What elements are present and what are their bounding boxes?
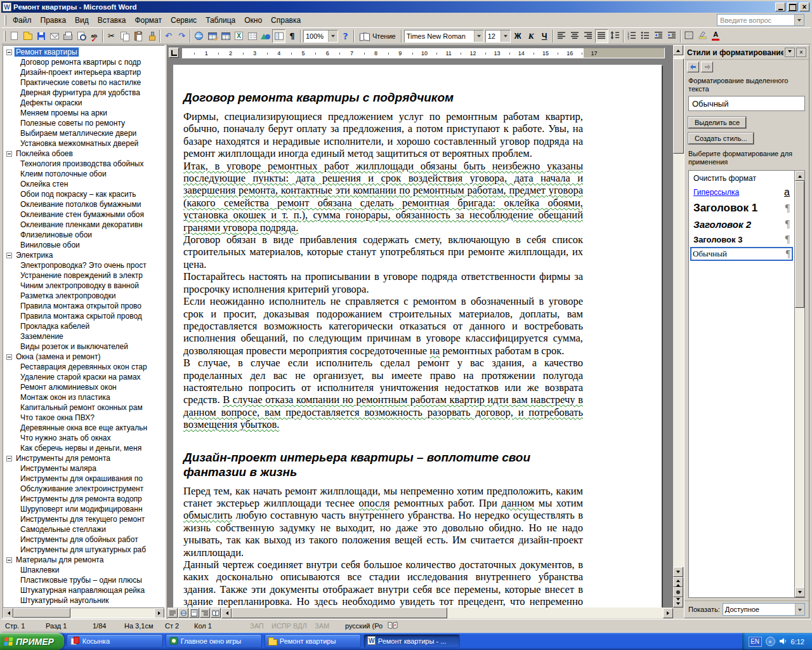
cut-button[interactable]: ✂ <box>105 29 118 43</box>
document-map-item[interactable]: Пластиковые трубы – одни плюсы <box>4 575 164 585</box>
document-map-item[interactable]: Материалы для ремонта <box>4 555 164 565</box>
chevron-down-icon[interactable] <box>328 30 337 42</box>
document-map-item[interactable]: Оклеивание стен бумажными обоя <box>4 209 164 220</box>
document-map-item[interactable]: Что нужно знать об окнах <box>4 433 164 443</box>
taskbar-button[interactable]: Ремонт квартиры <box>265 634 361 648</box>
start-button[interactable]: ПРИМЕР <box>0 633 64 650</box>
document-map-item[interactable]: Правила монтажа открытой прово <box>4 301 164 311</box>
document-map-item[interactable]: Оклейка стен <box>4 179 164 189</box>
tab-selector[interactable] <box>169 48 179 58</box>
document-map-item[interactable]: Флизелиновые обои <box>4 230 164 240</box>
document-map-item[interactable]: Деревянные окна все еще актуальн <box>4 423 164 433</box>
hscroll-thumb[interactable] <box>232 607 447 618</box>
scroll-right-icon[interactable] <box>663 608 673 618</box>
print-layout-view-button[interactable] <box>189 608 199 618</box>
paste-button[interactable] <box>131 29 145 43</box>
style-list-item[interactable]: Обычный¶ <box>690 247 793 261</box>
next-page-icon[interactable] <box>673 597 683 607</box>
previous-page-icon[interactable] <box>673 577 683 587</box>
scroll-up-icon[interactable] <box>795 171 805 181</box>
scroll-left-icon[interactable] <box>3 608 13 618</box>
print-preview-button[interactable] <box>74 29 88 43</box>
document-map-item[interactable]: Разметка электропроводки <box>4 291 164 301</box>
back-arrow-icon[interactable] <box>687 62 699 72</box>
document-map-item[interactable]: Инструменты для ремонта водопр <box>4 494 164 504</box>
page-viewport[interactable]: Договор ремонта квартиры с подрядчикомФи… <box>167 61 673 607</box>
hscroll-track[interactable] <box>232 607 663 618</box>
document-map-hscrollbar[interactable] <box>3 607 164 618</box>
font-color-button[interactable]: А <box>709 29 723 43</box>
document-map-item[interactable]: Штукатурный наугольник <box>4 595 164 606</box>
document-map-item[interactable]: Технология производства обойных <box>4 159 164 169</box>
document-map-item[interactable]: Меняем проемы на арки <box>4 108 164 118</box>
help-button[interactable]: ? <box>339 29 352 43</box>
show-combobox[interactable]: Доступное <box>723 603 805 616</box>
styles-list-scrollbar[interactable] <box>794 171 804 597</box>
document-map-button[interactable] <box>272 29 285 43</box>
bold-button[interactable]: Ж <box>511 29 525 43</box>
status-mode-overtype[interactable]: ЗАМ <box>315 622 336 630</box>
menu-item-1[interactable]: Файл <box>8 14 36 27</box>
menu-item-3[interactable]: Вид <box>70 14 93 27</box>
web-layout-view-button[interactable] <box>178 608 188 618</box>
reading-layout-view-button[interactable] <box>211 608 221 618</box>
taskbar-button[interactable]: WРемонт квартиры - ... <box>363 634 460 648</box>
document-map-item[interactable]: Шуруповерт или модифицированн <box>4 504 164 514</box>
styles-scroll-thumb[interactable] <box>795 181 804 308</box>
increase-indent-button[interactable] <box>665 29 679 43</box>
task-pane-menu-icon[interactable] <box>785 48 795 57</box>
document-map-item[interactable]: Дверная фурнитура для удобства <box>4 88 164 98</box>
vertical-scrollbar[interactable] <box>673 45 684 607</box>
mail-button[interactable] <box>48 29 61 43</box>
document-map-item[interactable]: Виды розеток и выключателей <box>4 342 164 352</box>
new-document-button[interactable] <box>8 29 21 43</box>
style-list-item[interactable]: Заголовок 3¶ <box>690 232 793 247</box>
chevron-down-icon[interactable] <box>501 30 510 42</box>
collapse-minus-icon[interactable] <box>6 557 12 563</box>
document-map-item[interactable]: Монтаж окон из пластика <box>4 392 164 402</box>
underline-button[interactable]: Ч <box>538 29 551 43</box>
vscroll-thumb[interactable] <box>673 58 684 154</box>
document-map-item[interactable]: Оклеивание потолков бумажными <box>4 199 164 209</box>
style-list-item[interactable]: Очистить формат <box>690 172 793 185</box>
border-button[interactable] <box>683 29 696 43</box>
collapse-minus-icon[interactable] <box>6 456 12 461</box>
document-map-hscroll-thumb[interactable] <box>13 608 70 618</box>
tables-borders-button[interactable] <box>206 29 219 43</box>
horizontal-ruler[interactable]: 1234567891011121314151617 <box>181 48 665 58</box>
bullet-list-button[interactable] <box>639 29 652 43</box>
question-dropdown-icon[interactable] <box>794 15 804 25</box>
document-map-item[interactable]: Удаление старой краски на рамах <box>4 372 164 382</box>
document-map-item[interactable]: Выбираем металлические двери <box>4 128 164 138</box>
menu-item-4[interactable]: Вставка <box>93 14 131 27</box>
taskbar-button[interactable]: Главное окно игры <box>166 634 262 648</box>
numbered-list-button[interactable]: 123 <box>625 29 639 43</box>
hide-icons-chevron-icon[interactable]: « <box>766 637 775 646</box>
document-map-item[interactable]: Самодельные стеллажи <box>4 524 164 534</box>
styles-scroll-track[interactable] <box>795 181 804 587</box>
reading-mode-button[interactable]: Чтение <box>356 29 400 43</box>
document-map-item[interactable]: Электропроводка? Это очень прост <box>4 260 164 270</box>
document-map-item[interactable]: Инструменты для ремонта <box>4 453 164 463</box>
scroll-right-icon[interactable] <box>154 608 164 618</box>
save-button[interactable] <box>34 29 48 43</box>
align-center-button[interactable] <box>568 29 582 43</box>
document-map-item[interactable]: Шпаклевки <box>4 565 164 575</box>
scroll-down-icon[interactable] <box>795 587 805 597</box>
vscroll-track[interactable] <box>673 55 684 567</box>
copy-button[interactable] <box>118 29 131 43</box>
document-map-item[interactable]: Обслуживание электроинструмент <box>4 484 164 494</box>
align-right-button[interactable] <box>582 29 595 43</box>
document-map-hscroll-track[interactable] <box>13 608 154 618</box>
collapse-minus-icon[interactable] <box>6 50 12 55</box>
forward-arrow-icon[interactable] <box>701 62 713 72</box>
document-map-item[interactable]: Клеим потолочные обои <box>4 169 164 179</box>
hyperlink-button[interactable] <box>192 29 206 43</box>
document-map-item[interactable]: Полезные советы по ремонту <box>4 118 164 128</box>
document-map-item[interactable]: Практические советы по настилке <box>4 77 164 88</box>
print-button[interactable] <box>61 29 74 43</box>
document-map-item[interactable]: Дефекты окраски <box>4 98 164 108</box>
document-map-item[interactable]: Ремонт квартиры <box>4 47 164 57</box>
justify-button[interactable] <box>595 29 608 43</box>
document-map-item[interactable]: Окна (замена и ремонт) <box>4 352 164 362</box>
